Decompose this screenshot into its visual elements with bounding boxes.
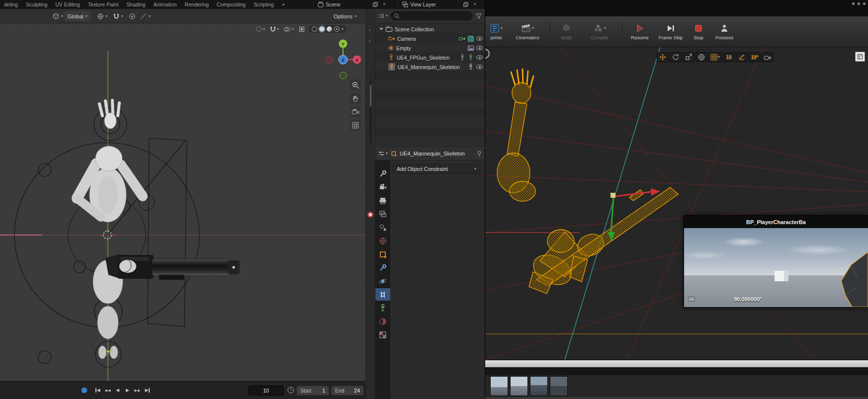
play-reverse-button[interactable]: ◀	[113, 386, 122, 395]
possess-button[interactable]: Possess	[710, 19, 739, 44]
tab-modifier-properties[interactable]	[375, 261, 390, 274]
previous-keyframe-button[interactable]: ◀◀	[103, 386, 112, 395]
world-space-toggle[interactable]	[695, 52, 707, 62]
toggle-grid-button[interactable]	[350, 120, 361, 131]
axis-neg-y-ball[interactable]	[340, 72, 347, 79]
tab-scripting[interactable]: Scripting	[250, 0, 278, 9]
rendered-shading-button[interactable]	[334, 26, 340, 32]
build-button[interactable]: Build	[555, 19, 578, 44]
jump-to-start-button[interactable]: ◀	[93, 386, 102, 395]
angle-snap-toggle[interactable]	[736, 52, 748, 62]
axis-neg-x-ball[interactable]	[326, 56, 333, 63]
tab-sculpting[interactable]: Sculpting	[22, 0, 51, 9]
new-view-layer-button[interactable]	[462, 0, 469, 9]
grid-snap-toggle[interactable]: ▾	[708, 52, 722, 62]
transform-orientation-dropdown[interactable]: Global ▾	[65, 11, 90, 21]
add-object-constraint-dropdown[interactable]: Add Object Constraint ▾	[393, 164, 480, 174]
tab-modeling[interactable]: deling	[0, 0, 22, 9]
asset-thumbnail[interactable]	[550, 376, 568, 396]
preview-window-titlebar[interactable]: BP_PlayerCharacterBa	[684, 216, 868, 228]
window-minimize-icon[interactable]	[852, 2, 855, 5]
search-input[interactable]	[402, 13, 469, 19]
current-frame-field[interactable]: 10	[248, 386, 284, 396]
pan-tool-button[interactable]	[350, 93, 361, 104]
tab-animation[interactable]: Animation	[150, 0, 181, 9]
outliner-row-fpgun-skeleton[interactable]: UE4_FPGun_Skeleton	[375, 53, 485, 62]
gizmo-origin[interactable]	[610, 193, 615, 198]
preview-game-viewport[interactable]: 90.000000°	[684, 228, 868, 307]
unreal-viewport[interactable]	[485, 47, 868, 360]
options-dropdown[interactable]: Options ▾	[331, 11, 359, 21]
tab-object-data-properties[interactable]	[375, 302, 390, 314]
tab-object-properties[interactable]	[375, 248, 390, 260]
play-button[interactable]: ▶	[123, 386, 132, 395]
tab-physics-properties[interactable]	[375, 275, 390, 287]
tab-texture-paint[interactable]: Texture Paint	[84, 0, 122, 9]
camera-view-button[interactable]	[350, 106, 361, 117]
outliner-row-mannequin-skeleton[interactable]: UE4_Mannequin_Skeleton	[375, 62, 485, 72]
window-maximize-icon[interactable]	[858, 2, 860, 5]
editor-type-button[interactable]: ▾	[50, 11, 66, 21]
next-keyframe-button[interactable]: ▶▶	[133, 386, 142, 395]
start-frame-field[interactable]: Start 1	[296, 386, 329, 396]
grid-snap-value-button[interactable]: 10	[723, 52, 735, 62]
tab-shading[interactable]: Shading	[122, 0, 150, 9]
panel-splitter-bar[interactable]	[485, 360, 868, 367]
wireframe-shading-button[interactable]	[312, 26, 317, 32]
tab-texture-properties[interactable]	[375, 328, 390, 341]
cinematics-button[interactable]: ▾ Cinematics	[510, 19, 545, 44]
add-workspace-button[interactable]: +	[278, 0, 289, 9]
outliner-row-empty[interactable]: Empty	[375, 43, 485, 53]
collapse-region-icon[interactable]: ‹	[369, 28, 370, 33]
pin-icon[interactable]	[477, 151, 482, 157]
visibility-eye-icon[interactable]	[476, 46, 483, 50]
visibility-eye-icon[interactable]	[476, 55, 483, 60]
scale-tool-button[interactable]	[683, 52, 694, 62]
resume-button[interactable]: Resume	[627, 19, 652, 44]
outliner-row-camera[interactable]: Camera	[375, 34, 485, 43]
outliner-search[interactable]	[391, 11, 473, 20]
new-scene-button[interactable]	[372, 0, 378, 9]
window-close-icon[interactable]	[863, 2, 866, 5]
visibility-eye-icon[interactable]	[476, 36, 483, 41]
overlays-dropdown[interactable]: ▾	[283, 25, 295, 33]
tab-tool-properties[interactable]	[375, 167, 390, 180]
blender-3d-viewport[interactable]	[0, 23, 365, 381]
tab-rendering[interactable]: Rendering	[180, 0, 212, 9]
solid-shading-button[interactable]	[319, 26, 325, 32]
asset-thumbnail[interactable]	[510, 376, 528, 396]
frame-skip-button[interactable]: Frame Skip	[655, 19, 686, 44]
expand-arrow-icon[interactable]	[379, 28, 383, 30]
tab-output-properties[interactable]	[375, 194, 390, 207]
jump-to-end-button[interactable]: ▶	[143, 386, 152, 395]
stop-button[interactable]: Stop	[688, 19, 709, 44]
angle-snap-value-button[interactable]: 10°	[749, 52, 761, 62]
maximize-viewport-button[interactable]	[855, 52, 865, 62]
compile-button[interactable]: ▾ Compile	[583, 19, 616, 44]
gizmos-toggle[interactable]	[298, 25, 306, 33]
tab-render-properties[interactable]	[375, 181, 390, 193]
tab-constraint-properties[interactable]	[375, 288, 390, 301]
tab-world-properties[interactable]	[375, 235, 390, 247]
asset-thumbnail[interactable]	[490, 376, 508, 396]
filter-dropdown[interactable]	[476, 13, 482, 19]
region-target-widget[interactable]	[367, 212, 373, 218]
view-layer-selector[interactable]: View Layer	[402, 0, 436, 9]
delete-view-layer-button[interactable]: ×	[473, 0, 476, 9]
active-camera-chip[interactable]	[468, 36, 474, 42]
tab-uv-editing[interactable]: UV Editing	[51, 0, 84, 9]
blueprints-button[interactable]: ▾ prints	[485, 19, 507, 44]
end-frame-field[interactable]: End 24	[331, 386, 364, 396]
display-mode-dropdown[interactable]: ▾	[378, 13, 388, 18]
properties-filter-dropdown[interactable]: ▾	[378, 151, 388, 156]
tab-scene-properties[interactable]	[375, 221, 390, 234]
select-mode-dropdown[interactable]: ▾	[255, 25, 266, 33]
auto-keyframe-button[interactable]	[81, 387, 87, 394]
move-tool-button[interactable]	[657, 52, 669, 62]
zoom-tool-button[interactable]	[350, 80, 361, 90]
proportional-edit-toggle[interactable]	[126, 11, 138, 21]
rotate-tool-button[interactable]	[670, 52, 682, 62]
falloff-dropdown[interactable]: ▾	[137, 11, 154, 21]
asset-thumbnail[interactable]	[530, 376, 548, 396]
collapse-region-icon[interactable]: ‹	[369, 39, 370, 44]
